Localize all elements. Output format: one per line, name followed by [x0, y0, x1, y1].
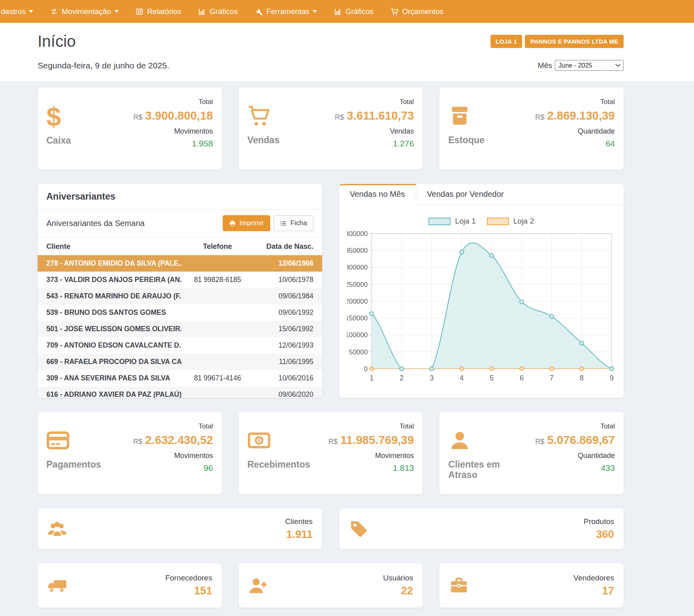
stat-card-recebimentos: RecebimentosTotalR$11.985.769,39Moviment…	[239, 412, 423, 494]
count-card-label: Vendedores	[574, 574, 614, 582]
table-row[interactable]: 501 - JOSE WELISSON GOMES OLIVEIR...15/0…	[38, 321, 322, 337]
ficha-button[interactable]: Ficha	[273, 215, 313, 231]
total-label: Total	[328, 422, 414, 430]
data-nasc-cell: 12/06/1966	[253, 259, 313, 268]
count-card-label: Produtos	[584, 517, 614, 526]
total-value: R$3.611.610,73	[335, 109, 414, 122]
count-card-produtos: Produtos360	[339, 508, 624, 549]
birthdays-panel-title: Aniversariantes	[38, 184, 322, 210]
total-label: Total	[133, 422, 213, 430]
count-label: Movimentos	[328, 452, 414, 460]
count-cards-row-1: Clientes1.911Produtos360	[38, 508, 624, 549]
company-button[interactable]: PANNOS E PANNOS LTDA ME	[525, 35, 624, 48]
column-cliente: Cliente	[46, 242, 181, 251]
total-label: Total	[335, 98, 414, 106]
caret-down-icon	[313, 10, 317, 13]
stat-card-label: Caixa	[46, 135, 106, 146]
count-card-vendedores: Vendedores17	[439, 563, 624, 608]
table-row[interactable]: 539 - BRUNO DOS SANTOS GOMES09/06/1992	[38, 304, 322, 321]
svg-text:400000: 400000	[347, 230, 368, 238]
count-card-value: 360	[584, 528, 614, 541]
count-card-usuarios: Usuários22	[239, 563, 423, 608]
legend-item-loja-1[interactable]: Loja 1	[429, 217, 476, 226]
data-nasc-cell: 09/06/1992	[253, 308, 313, 317]
chart-tab-1[interactable]: Vendas por Vendedor	[416, 184, 515, 204]
data-nasc-cell: 11/06/1995	[253, 358, 313, 366]
chart-tab-0[interactable]: Vendas no Mês	[339, 184, 416, 205]
count-value: 1.813	[328, 463, 414, 473]
total-label: Total	[133, 98, 213, 106]
nav-item-relatorios[interactable]: Relatórios	[127, 0, 190, 23]
total-value: R$3.900.800,18	[133, 109, 213, 122]
count-card-fornecedores: Fornecedores151	[38, 563, 222, 608]
table-row[interactable]: 278 - ANTONIO EMIDIO DA SILVA (PALE...12…	[38, 255, 322, 272]
tag-icon	[349, 519, 369, 539]
count-card-value: 1.911	[285, 528, 313, 541]
exchange-icon	[50, 8, 58, 16]
count-value: 64	[535, 139, 615, 148]
svg-text:0: 0	[364, 365, 367, 373]
svg-text:100000: 100000	[347, 331, 368, 339]
table-row[interactable]: 616 - ADRIANO XAVIER DA PAZ (PALAÚ)09/06…	[38, 386, 322, 398]
telefone-cell: 81 99828-6185	[181, 276, 253, 284]
svg-text:4: 4	[460, 374, 464, 382]
table-row[interactable]: 669 - RAFAELA PROCOPIO DA SILVA CA...11/…	[38, 354, 322, 370]
legend-swatch	[487, 218, 509, 225]
stat-card-clientes-atraso: Clientes em AtrasoTotalR$5.076.869,67Qua…	[439, 412, 624, 494]
count-card-label: Fornecedores	[165, 574, 212, 582]
table-row[interactable]: 709 - ANTONIO EDSON CAVALCANTE D...12/06…	[38, 337, 322, 354]
cliente-cell: 309 - ANA SEVERINA PAES DA SILVA	[46, 374, 181, 382]
nav-item-label: Ferramentas	[266, 7, 309, 16]
nav-item-cadastros[interactable]: dastros	[0, 0, 42, 23]
count-cards-row-2: Fornecedores151Usuários22Vendedores17	[38, 563, 624, 608]
table-row[interactable]: 373 - VALDIR DOS ANJOS PEREIRA (AN...81 …	[38, 272, 322, 288]
caret-down-icon	[114, 10, 119, 13]
birthdays-table-header: Cliente Telefone Data de Nasc.	[38, 237, 322, 255]
svg-text:200000: 200000	[347, 298, 368, 305]
stat-card-caixa: $CaixaTotalR$3.900.800,18Movimentos1.958	[38, 88, 222, 170]
telefone-cell: 81 99671-4146	[181, 374, 253, 382]
caret-down-icon	[29, 10, 33, 13]
nav-item-label: Gráficos	[209, 7, 238, 16]
nav-item-orcamentos[interactable]: Orçamentos	[382, 0, 452, 23]
print-button[interactable]: Imprimir	[223, 215, 270, 231]
telefone-cell	[181, 341, 253, 350]
data-nasc-cell: 12/06/1993	[253, 341, 313, 350]
nav-item-movimentacao[interactable]: Movimentação	[42, 0, 127, 23]
total-value: R$11.985.769,39	[328, 434, 414, 447]
svg-text:6: 6	[520, 374, 524, 382]
cliente-cell: 616 - ADRIANO XAVIER DA PAZ (PALAÚ)	[46, 390, 181, 398]
print-button-label: Imprimir	[239, 219, 264, 227]
chart-tabs: Vendas no MêsVendas por Vendedor	[339, 184, 624, 205]
total-label: Total	[535, 98, 615, 106]
count-label: Movimentos	[133, 452, 213, 460]
stat-card-estoque: EstoqueTotalR$2.869.130,39Quantidade64	[439, 88, 624, 170]
svg-text:7: 7	[550, 374, 554, 382]
nav-item-graficos-1[interactable]: Gráficos	[189, 0, 246, 23]
data-nasc-cell: 10/06/1978	[253, 276, 313, 284]
data-nasc-cell: 10/06/2016	[253, 374, 313, 382]
credit-card-icon	[46, 429, 70, 452]
table-row[interactable]: 309 - ANA SEVERINA PAES DA SILVA81 99671…	[38, 370, 322, 386]
month-select[interactable]: June - 2025	[555, 60, 624, 71]
page-title: Início	[38, 32, 76, 50]
nav-item-graficos-2[interactable]: Gráficos	[325, 0, 382, 23]
svg-text:8: 8	[580, 374, 584, 382]
page-header: Início LOJA 1 PANNOS E PANNOS LTDA ME Se…	[0, 23, 694, 81]
nav-item-ferramentas[interactable]: Ferramentas	[246, 0, 325, 23]
store-button[interactable]: LOJA 1	[491, 35, 522, 48]
chart-icon	[334, 8, 342, 16]
svg-text:1: 1	[370, 374, 374, 382]
briefcase-icon	[449, 576, 469, 596]
stat-card-label: Vendas	[247, 135, 307, 145]
currency-label: R$	[328, 438, 337, 446]
cart-icon	[391, 8, 399, 16]
currency-label: R$	[133, 438, 142, 446]
legend-item-loja-2[interactable]: Loja 2	[487, 217, 534, 226]
column-telefone: Telefone	[181, 242, 253, 251]
nav-item-label: Orçamentos	[402, 7, 443, 16]
count-label: Quantidade	[535, 127, 615, 136]
chart-icon	[198, 8, 206, 16]
count-card-value: 17	[574, 585, 614, 597]
table-row[interactable]: 543 - RENATO MARINHO DE ARAUJO (F...09/0…	[38, 288, 322, 304]
